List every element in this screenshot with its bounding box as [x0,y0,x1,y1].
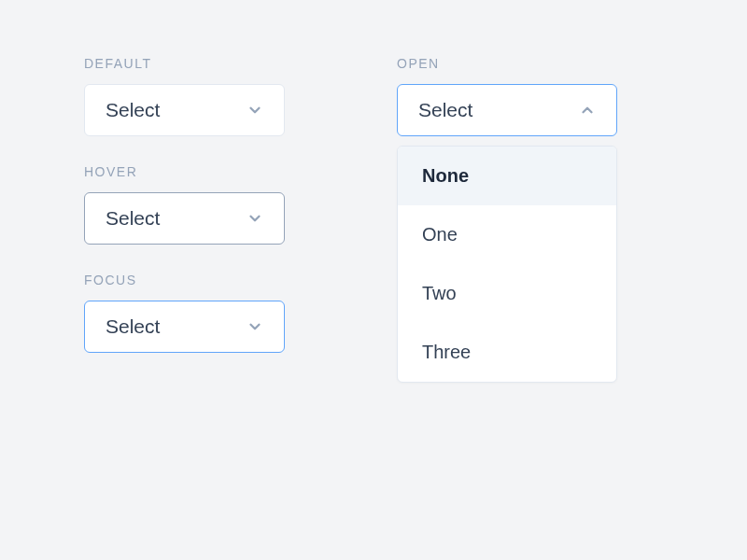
state-label-hover: HOVER [84,164,285,179]
chevron-down-icon [247,210,263,227]
chevron-down-icon [247,318,263,335]
dropdown-option-none[interactable]: None [398,147,616,205]
chevron-down-icon [247,102,263,119]
select-focus[interactable]: Select [84,301,285,353]
state-group-open: OPEN Select None One Two Three [397,56,617,383]
select-default[interactable]: Select [84,84,285,136]
state-group-default: DEFAULT Select [84,56,285,136]
dropdown-option-one[interactable]: One [398,205,616,264]
dropdown-menu: None One Two Three [397,146,617,383]
select-open[interactable]: Select [397,84,617,136]
select-value: Select [106,99,160,121]
dropdown-option-three[interactable]: Three [398,323,616,382]
state-label-open: OPEN [397,56,617,71]
chevron-up-icon [579,102,596,119]
right-column: OPEN Select None One Two Three [397,56,617,504]
left-column: DEFAULT Select HOVER Select FOCUS Select [84,56,285,504]
state-group-hover: HOVER Select [84,164,285,245]
state-label-focus: FOCUS [84,273,285,287]
select-value: Select [106,315,160,338]
select-value: Select [106,207,160,230]
state-group-focus: FOCUS Select [84,273,285,353]
dropdown-option-two[interactable]: Two [398,264,616,323]
select-hover[interactable]: Select [84,192,285,245]
select-value: Select [418,99,472,121]
state-label-default: DEFAULT [84,56,285,71]
